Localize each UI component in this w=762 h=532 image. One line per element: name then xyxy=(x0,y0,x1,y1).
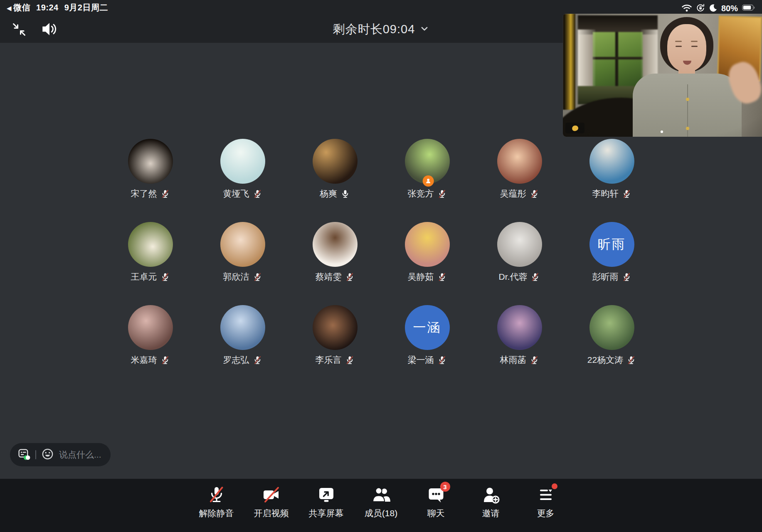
grid-row: 王卓元郭欣洁蔡靖雯吴静茹Dr.代蓉昕雨彭昕雨 xyxy=(115,222,647,282)
chevron-down-icon xyxy=(420,24,429,35)
participant-tile[interactable]: 蔡靖雯 xyxy=(300,222,370,282)
toolbar-label: 更多 xyxy=(537,507,555,519)
mic-muted-icon xyxy=(160,272,170,282)
participant-name: 杨爽 xyxy=(320,188,337,200)
mic-muted-icon xyxy=(345,355,355,365)
participant-tile[interactable]: 吴蕴彤 xyxy=(484,139,555,199)
wifi-icon xyxy=(681,4,692,14)
members-icon xyxy=(371,485,391,505)
participant-avatar xyxy=(313,305,358,350)
participant-avatar xyxy=(220,305,265,350)
toolbar-more-button[interactable]: 更多 xyxy=(520,479,572,532)
mic-muted-icon xyxy=(622,272,631,282)
participant-avatar xyxy=(497,222,542,267)
participant-tile[interactable]: 王卓元 xyxy=(115,222,186,282)
participant-name: 王卓元 xyxy=(131,271,157,283)
back-triangle-icon: ◀ xyxy=(7,5,12,12)
mic-muted-icon xyxy=(253,272,262,282)
share-screen-icon xyxy=(316,485,336,505)
participant-name-row: 李昀轩 xyxy=(592,189,631,199)
participant-name: 梁一涵 xyxy=(408,354,434,366)
reaction-emoji-icon xyxy=(571,125,579,132)
toolbar-invite-button[interactable]: 邀请 xyxy=(465,479,517,532)
participant-name-row: 米嘉琦 xyxy=(131,355,170,365)
participant-avatar xyxy=(313,139,358,184)
participant-name-row: Dr.代蓉 xyxy=(499,272,540,282)
reaction-chip xyxy=(565,123,584,133)
invite-icon xyxy=(481,485,501,505)
toolbar-share-screen-button[interactable]: 共享屏幕 xyxy=(300,479,353,532)
mic-muted-icon xyxy=(437,355,447,365)
participant-name-row: 22杨文涛 xyxy=(587,355,636,365)
participant-avatar xyxy=(589,139,634,184)
participant-name: 黄垭飞 xyxy=(223,188,249,200)
mic-muted-icon xyxy=(207,485,227,505)
bottom-toolbar: 解除静音开启视频共享屏幕成员(18)3聊天邀请更多 xyxy=(0,479,762,532)
participant-tile[interactable]: 杨爽 xyxy=(300,139,370,199)
chat-unread-badge: 3 xyxy=(440,482,450,492)
danmaku-toggle-icon[interactable] xyxy=(17,448,30,462)
participant-tile[interactable]: 李昀轩 xyxy=(577,139,647,199)
participant-name: 李昀轩 xyxy=(592,188,619,200)
participant-name-row: 吴蕴彤 xyxy=(500,189,539,199)
participant-avatar xyxy=(128,222,173,267)
participant-tile[interactable]: 22杨文涛 xyxy=(577,305,647,365)
participant-tile[interactable]: 林雨菡 xyxy=(484,305,555,365)
participant-name-row: 黄垭飞 xyxy=(223,189,262,199)
participant-avatar xyxy=(405,222,450,267)
mic-muted-icon xyxy=(530,272,540,282)
participant-avatar xyxy=(128,139,173,184)
toolbar-start-video-button[interactable]: 开启视频 xyxy=(245,479,298,532)
mic-muted-icon xyxy=(437,189,447,199)
participant-name: 郭欣洁 xyxy=(223,271,249,283)
participant-tile[interactable]: 张竞方 xyxy=(392,139,463,199)
participant-avatar xyxy=(128,305,173,350)
battery-percent: 80% xyxy=(721,4,738,13)
toolbar-label: 解除静音 xyxy=(199,507,234,519)
participant-name-row: 林雨菡 xyxy=(500,355,539,365)
participant-name: 宋了然 xyxy=(131,188,157,200)
participant-avatar xyxy=(589,305,634,350)
participant-tile[interactable]: 宋了然 xyxy=(115,139,186,199)
toolbar-unmute-button[interactable]: 解除静音 xyxy=(190,479,243,532)
emoji-icon[interactable] xyxy=(41,448,54,462)
participant-tile[interactable]: 罗志弘 xyxy=(207,305,278,365)
toolbar-label: 成员(18) xyxy=(365,507,397,519)
participant-name-row: 杨爽 xyxy=(320,189,350,199)
chat-placeholder[interactable]: 说点什么... xyxy=(59,449,101,461)
participant-name-row: 张竞方 xyxy=(408,189,447,199)
status-date: 9月2日周二 xyxy=(64,2,108,13)
participant-tile[interactable]: 郭欣洁 xyxy=(207,222,278,282)
toolbar-label: 共享屏幕 xyxy=(309,507,344,519)
divider xyxy=(35,450,36,459)
chat-input-pill[interactable]: 说点什么... xyxy=(10,443,111,466)
participant-avatar: 一涵 xyxy=(405,305,450,350)
mic-muted-icon xyxy=(530,189,539,199)
participant-tile[interactable]: 李乐言 xyxy=(300,305,370,365)
back-app-label: 微信 xyxy=(13,2,30,13)
toolbar-chat-button[interactable]: 3聊天 xyxy=(410,479,462,532)
participant-name: Dr.代蓉 xyxy=(499,271,528,283)
status-left: ◀ 微信 19:24 9月2日周二 xyxy=(7,2,108,13)
participant-tile[interactable]: 一涵梁一涵 xyxy=(392,305,463,365)
back-to-wechat[interactable]: ◀ 微信 xyxy=(7,2,30,13)
participant-name-row: 宋了然 xyxy=(131,189,170,199)
participant-tile[interactable]: 米嘉琦 xyxy=(115,305,186,365)
participant-name-row: 彭昕雨 xyxy=(592,272,631,282)
toolbar-label: 开启视频 xyxy=(254,507,289,519)
participant-name-row: 郭欣洁 xyxy=(223,272,262,282)
ios-status-bar: ◀ 微信 19:24 9月2日周二 80% xyxy=(0,0,762,15)
participant-name: 林雨菡 xyxy=(500,354,526,366)
participant-tile[interactable]: 昕雨彭昕雨 xyxy=(577,222,647,282)
participant-name: 吴静茹 xyxy=(408,271,434,283)
participant-tile[interactable]: 黄垭飞 xyxy=(207,139,278,199)
mic-muted-icon xyxy=(345,272,355,282)
participant-avatar xyxy=(220,222,265,267)
participant-tile[interactable]: Dr.代蓉 xyxy=(484,222,555,282)
participant-avatar xyxy=(497,305,542,350)
presenter-video[interactable] xyxy=(563,14,762,137)
participant-tile[interactable]: 吴静茹 xyxy=(392,222,463,282)
status-time: 19:24 xyxy=(36,3,59,12)
toolbar-members-button[interactable]: 成员(18) xyxy=(355,479,407,532)
participant-name-row: 罗志弘 xyxy=(223,355,262,365)
